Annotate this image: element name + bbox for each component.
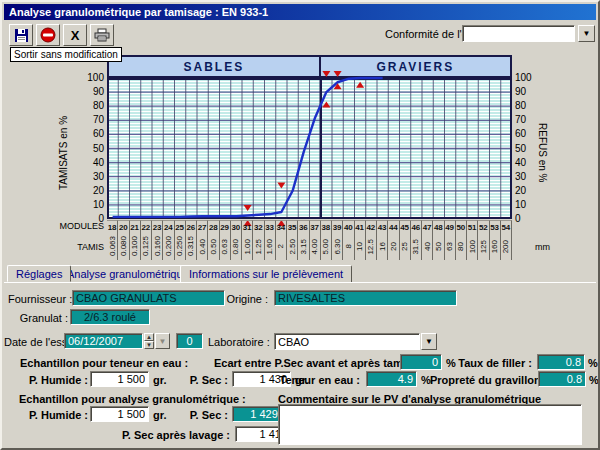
tamis-label: 16 bbox=[377, 233, 388, 260]
fournisseur-label: Fournisseur : bbox=[8, 293, 68, 305]
conformity-dropdown-button[interactable]: ▼ bbox=[578, 25, 595, 42]
tamis-label: 2 bbox=[276, 233, 287, 260]
module-label: 40 bbox=[343, 220, 354, 233]
module-label: 34 bbox=[276, 220, 287, 233]
tamis-label: 125 bbox=[478, 233, 489, 260]
ecart-label: Ecart entre P.Sec avant et après tamisag… bbox=[214, 357, 431, 369]
fournisseur-field[interactable]: CBAO GRANULATS bbox=[72, 290, 225, 306]
p-humide2-label: P. Humide : bbox=[22, 409, 88, 421]
module-label: 28 bbox=[208, 220, 219, 233]
tamis-label-text: 20 bbox=[389, 242, 398, 251]
tamis-label-text: 0.063 bbox=[108, 236, 117, 256]
y-tick-left: 10 bbox=[78, 199, 104, 210]
y-tick-left: 100 bbox=[78, 72, 104, 83]
title-bar: Analyse granulométrique par tamisage : E… bbox=[4, 4, 596, 20]
tab-informations-prelevement[interactable]: Informations sur le prélèvement bbox=[180, 265, 352, 282]
y-tick-left: 60 bbox=[78, 128, 104, 139]
y-tick-left: 70 bbox=[78, 114, 104, 125]
module-label: 41 bbox=[355, 220, 366, 233]
tamis-label-text: 160 bbox=[490, 240, 499, 253]
close-icon: X bbox=[71, 29, 80, 42]
tamis-label: 1.00 bbox=[242, 233, 253, 260]
y-tick-right: 10 bbox=[515, 199, 541, 210]
chevron-down-icon: ▼ bbox=[159, 337, 167, 346]
y-tick-left: 30 bbox=[78, 171, 104, 182]
y-tick-right: 30 bbox=[515, 171, 541, 182]
module-label: 27 bbox=[197, 220, 208, 233]
taux-filler-field: 0.8 bbox=[537, 354, 585, 370]
module-label: 20 bbox=[118, 220, 129, 233]
module-label: 33 bbox=[265, 220, 276, 233]
module-label: 23 bbox=[152, 220, 163, 233]
save-button[interactable] bbox=[9, 24, 33, 46]
upper-limit-marker bbox=[277, 182, 285, 188]
module-label: 39 bbox=[332, 220, 343, 233]
laboratoire-dropdown-button[interactable]: ▼ bbox=[421, 333, 437, 350]
y-tick-right: 60 bbox=[515, 128, 541, 139]
granulat-field[interactable]: 2/6.3 roulé bbox=[70, 309, 150, 325]
y-tick-left: 50 bbox=[78, 143, 104, 154]
ecart-field: 0 bbox=[400, 354, 442, 370]
tamis-label-text: 0.50 bbox=[209, 239, 218, 255]
date-essai-label: Date de l'essai : bbox=[4, 336, 62, 348]
tamis-label-text: 12.5 bbox=[366, 239, 375, 255]
tamis-label: 25 bbox=[400, 233, 411, 260]
print-button[interactable] bbox=[90, 24, 114, 46]
stop-sign-icon bbox=[40, 27, 56, 43]
laboratoire-combo-input[interactable] bbox=[274, 333, 420, 350]
conformity-input[interactable] bbox=[462, 25, 575, 42]
tamis-label-text: 4.00 bbox=[310, 239, 319, 255]
module-label: 37 bbox=[310, 220, 321, 233]
tab-reglages[interactable]: Réglages bbox=[7, 265, 71, 282]
close-button[interactable]: X bbox=[63, 24, 87, 46]
y-tick-right: 40 bbox=[515, 157, 541, 168]
taux-filler-label: Taux de filler : bbox=[452, 357, 532, 369]
p-humide2-input[interactable] bbox=[90, 406, 149, 422]
tamis-label-text: 31.5 bbox=[411, 239, 420, 255]
date-spin-down-button[interactable]: ▼ bbox=[144, 341, 154, 349]
tamis-label-text: 0.63 bbox=[220, 239, 229, 255]
section-teneur-eau-label: Echantillon pour teneur en eau : bbox=[20, 357, 188, 369]
tamis-label: 0.080 bbox=[118, 233, 129, 260]
tamis-label-text: 0.200 bbox=[164, 236, 173, 256]
commentaire-textarea[interactable] bbox=[278, 404, 582, 445]
tamis-label: 0.063 bbox=[107, 233, 118, 260]
module-label: 48 bbox=[433, 220, 444, 233]
module-label: 43 bbox=[377, 220, 388, 233]
tamis-label: 1.25 bbox=[253, 233, 264, 260]
tamis-label-text: 0.80 bbox=[231, 239, 240, 255]
tamis-label: 3.15 bbox=[298, 233, 309, 260]
date-spin-up-button[interactable]: ▲ bbox=[144, 333, 154, 341]
y-tick-right: 20 bbox=[515, 185, 541, 196]
tamis-label: 12.5 bbox=[366, 233, 377, 260]
granulat-label: Granulat : bbox=[8, 312, 68, 324]
arrow-down-icon: ▼ bbox=[146, 342, 152, 348]
stop-button[interactable] bbox=[36, 24, 60, 46]
tamis-label-text: 0.100 bbox=[130, 236, 139, 256]
module-label: 51 bbox=[467, 220, 478, 233]
date-essai-field[interactable]: 06/12/2007 bbox=[64, 333, 143, 349]
date-dropdown-button[interactable]: ▼ bbox=[155, 333, 170, 349]
module-label: 45 bbox=[400, 220, 411, 233]
tamis-label-text: 100 bbox=[468, 240, 477, 253]
taux-filler-unit: % bbox=[588, 357, 598, 369]
tamis-label: 0.63 bbox=[220, 233, 231, 260]
tab-analyse-granulometrique[interactable]: Analyse granulométrique bbox=[58, 265, 198, 282]
tamis-label-text: 16 bbox=[378, 242, 387, 251]
tamis-label: 1.60 bbox=[265, 233, 276, 260]
tamis-label: 2.50 bbox=[287, 233, 298, 260]
tamis-label: 0.50 bbox=[208, 233, 219, 260]
tamis-label: 0.315 bbox=[186, 233, 197, 260]
p-humide-label: P. Humide : bbox=[22, 374, 88, 386]
p-humide-input[interactable] bbox=[90, 371, 149, 387]
date-extra-field[interactable]: 0 bbox=[176, 333, 203, 349]
tamis-label-text: 0.250 bbox=[175, 236, 184, 256]
proprete-label: Propreté du gravillon : bbox=[430, 374, 534, 386]
module-label: 35 bbox=[287, 220, 298, 233]
chevron-down-icon: ▼ bbox=[425, 337, 433, 346]
chart-header-sables: SABLES bbox=[107, 55, 321, 78]
tamis-label-text: 3.15 bbox=[299, 239, 308, 255]
origine-field[interactable]: RIVESALTES bbox=[274, 290, 457, 306]
y-tick-right: 90 bbox=[515, 86, 541, 97]
tamis-label-text: 25 bbox=[400, 242, 409, 251]
